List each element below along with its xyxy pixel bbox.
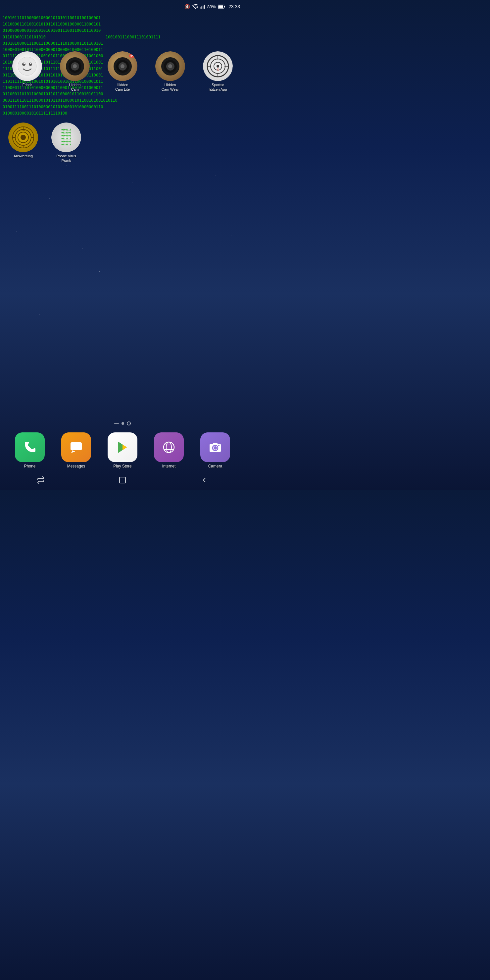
dock-item-phone[interactable]: Phone <box>15 433 45 468</box>
svg-rect-44 <box>119 477 126 483</box>
svg-point-38 <box>166 442 172 453</box>
svg-text:50: 50 <box>22 129 25 132</box>
svg-rect-31 <box>70 442 82 450</box>
svg-point-42 <box>213 446 217 450</box>
nav-dot-current <box>127 422 131 425</box>
recent-apps-button[interactable] <box>31 473 51 487</box>
svg-rect-3 <box>203 6 203 9</box>
app-icons-top-row: Frindr HiddenCam 5+ <box>0 51 245 92</box>
svg-rect-1 <box>200 7 200 9</box>
camera-dock-label: Camera <box>208 464 223 468</box>
svg-text:X: X <box>217 68 219 71</box>
hidden-cam-lite-label: HiddenCam Lite <box>115 83 130 92</box>
messages-dock-label: Messages <box>67 464 86 468</box>
status-bar-right: 🔇 89% 23:33 <box>185 4 240 9</box>
svg-rect-2 <box>201 6 202 9</box>
app-item-hidden-cam[interactable]: HiddenCam <box>55 51 95 92</box>
nav-dots <box>0 422 245 425</box>
svg-point-11 <box>24 63 25 64</box>
svg-rect-7 <box>218 5 223 8</box>
app-item-auswertung[interactable]: 50 Auswertung <box>3 123 43 163</box>
nav-dot-pages <box>114 423 119 424</box>
dock-item-messages[interactable]: Messages <box>61 433 91 468</box>
phone-dock-label: Phone <box>24 464 36 468</box>
status-bar: 🔇 89% 23:33 <box>0 0 245 13</box>
svg-point-0 <box>195 8 196 9</box>
sportschuetzen-label: Sportschützen App <box>208 83 227 92</box>
svg-rect-4 <box>204 5 205 9</box>
hidden-cam-icon <box>60 51 90 81</box>
app-item-frindr[interactable]: Frindr <box>7 51 47 92</box>
hidden-cam-label: HiddenCam <box>69 83 81 92</box>
internet-dock-icon <box>154 433 184 462</box>
back-button[interactable] <box>194 473 214 487</box>
dock-item-camera[interactable]: Camera <box>200 433 230 468</box>
dock: Phone Messages Play Store <box>0 433 245 468</box>
camera-dock-icon <box>200 433 230 462</box>
nav-dot-bell <box>121 422 124 425</box>
wifi-icon <box>192 4 198 9</box>
battery-icon <box>218 5 225 9</box>
frindr-label: Frindr <box>22 83 32 87</box>
svg-marker-32 <box>71 450 75 453</box>
time-display: 23:33 <box>228 4 240 9</box>
auswertung-icon: 50 <box>8 123 38 152</box>
battery-percent: 89% <box>207 4 216 9</box>
hidden-cam-lite-icon: 5+ <box>108 51 137 81</box>
hidden-cam-wear-icon <box>155 51 185 81</box>
app-item-phone-virus[interactable]: 0100110011010001000010111010010000101100… <box>46 123 86 163</box>
home-button[interactable] <box>113 473 132 487</box>
phone-dock-icon <box>15 433 45 462</box>
svg-point-12 <box>30 63 32 64</box>
app-item-hidden-cam-wear[interactable]: HiddenCam Wear <box>150 51 190 92</box>
internet-dock-label: Internet <box>162 464 176 468</box>
frindr-icon <box>12 51 42 81</box>
dock-item-play-store[interactable]: Play Store <box>108 433 137 468</box>
auswertung-label: Auswertung <box>14 154 33 158</box>
svg-point-25 <box>21 135 26 140</box>
app-item-sportschuetzen[interactable]: X Sportschützen App <box>198 51 238 92</box>
bottom-nav-bar <box>0 470 245 490</box>
svg-point-37 <box>164 442 174 453</box>
play-store-dock-label: Play Store <box>113 464 131 468</box>
app-icons-bottom-row: 50 Auswertung 01001100110100010000101110… <box>0 123 245 163</box>
hidden-cam-wear-label: HiddenCam Wear <box>162 83 179 92</box>
signal-icon <box>200 4 205 9</box>
svg-point-16 <box>216 65 219 68</box>
sportschuetzen-icon: X <box>203 51 233 81</box>
messages-dock-icon <box>61 433 91 462</box>
play-store-dock-icon <box>108 433 137 462</box>
svg-point-43 <box>218 445 220 446</box>
phone-virus-label: Phone VirusPrank <box>56 154 76 163</box>
phone-virus-icon: 0100110011010001000010111010010000101100… <box>51 123 81 152</box>
svg-rect-6 <box>224 6 225 7</box>
svg-marker-36 <box>123 445 127 450</box>
svg-point-8 <box>18 57 37 75</box>
app-item-hidden-cam-lite[interactable]: 5+ HiddenCam Lite <box>103 51 142 92</box>
dock-item-internet[interactable]: Internet <box>154 433 184 468</box>
mute-icon: 🔇 <box>185 4 190 9</box>
